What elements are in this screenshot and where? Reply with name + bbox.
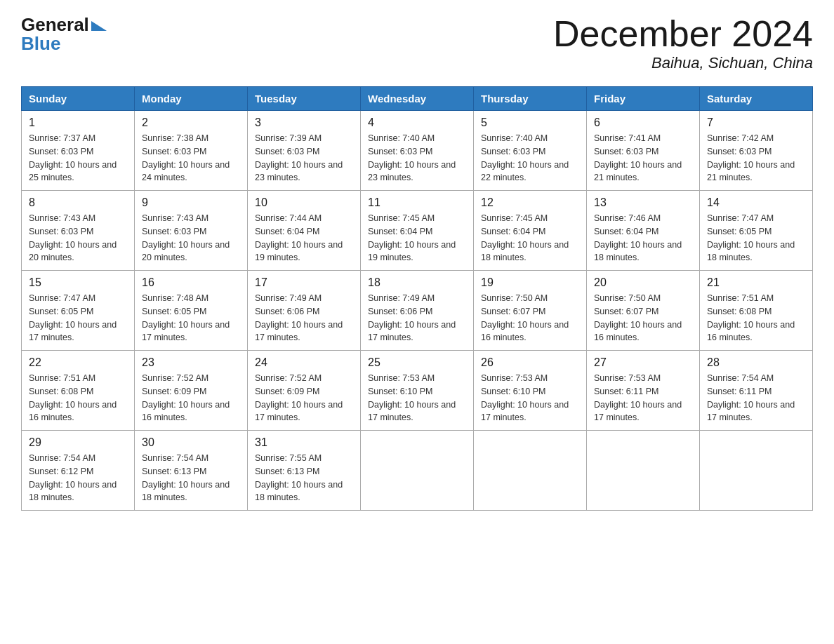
day-info: Sunrise: 7:53 AMSunset: 6:10 PMDaylight:… bbox=[481, 372, 579, 424]
day-info: Sunrise: 7:48 AMSunset: 6:05 PMDaylight:… bbox=[142, 292, 240, 344]
day-info: Sunrise: 7:39 AMSunset: 6:03 PMDaylight:… bbox=[255, 132, 353, 185]
day-info: Sunrise: 7:50 AMSunset: 6:07 PMDaylight:… bbox=[594, 292, 692, 344]
day-number: 5 bbox=[481, 116, 579, 129]
day-number: 24 bbox=[255, 356, 353, 369]
logo-blue-text: Blue bbox=[21, 33, 60, 55]
calendar-cell: 15Sunrise: 7:47 AMSunset: 6:05 PMDayligh… bbox=[22, 271, 135, 351]
day-info: Sunrise: 7:43 AMSunset: 6:03 PMDaylight:… bbox=[142, 212, 240, 264]
calendar-cell: 9Sunrise: 7:43 AMSunset: 6:03 PMDaylight… bbox=[135, 191, 248, 271]
header-wednesday: Wednesday bbox=[361, 87, 474, 111]
day-info: Sunrise: 7:49 AMSunset: 6:06 PMDaylight:… bbox=[255, 292, 353, 344]
calendar-cell: 21Sunrise: 7:51 AMSunset: 6:08 PMDayligh… bbox=[700, 271, 813, 351]
day-number: 13 bbox=[594, 196, 692, 209]
day-info: Sunrise: 7:38 AMSunset: 6:03 PMDaylight:… bbox=[142, 132, 240, 185]
day-info: Sunrise: 7:52 AMSunset: 6:09 PMDaylight:… bbox=[142, 372, 240, 424]
calendar-table: SundayMondayTuesdayWednesdayThursdayFrid… bbox=[21, 86, 813, 511]
day-number: 23 bbox=[142, 356, 240, 369]
day-number: 6 bbox=[594, 116, 692, 129]
calendar-cell: 26Sunrise: 7:53 AMSunset: 6:10 PMDayligh… bbox=[474, 351, 587, 431]
calendar-cell: 29Sunrise: 7:54 AMSunset: 6:12 PMDayligh… bbox=[22, 431, 135, 511]
calendar-cell: 24Sunrise: 7:52 AMSunset: 6:09 PMDayligh… bbox=[248, 351, 361, 431]
day-number: 3 bbox=[255, 116, 353, 129]
calendar-cell: 18Sunrise: 7:49 AMSunset: 6:06 PMDayligh… bbox=[361, 271, 474, 351]
day-number: 9 bbox=[142, 196, 240, 209]
logo: General Blue bbox=[21, 14, 107, 55]
day-info: Sunrise: 7:42 AMSunset: 6:03 PMDaylight:… bbox=[707, 132, 805, 185]
day-number: 2 bbox=[142, 116, 240, 129]
calendar-cell: 14Sunrise: 7:47 AMSunset: 6:05 PMDayligh… bbox=[700, 191, 813, 271]
day-info: Sunrise: 7:51 AMSunset: 6:08 PMDaylight:… bbox=[29, 372, 127, 424]
day-info: Sunrise: 7:40 AMSunset: 6:03 PMDaylight:… bbox=[368, 132, 466, 185]
day-info: Sunrise: 7:46 AMSunset: 6:04 PMDaylight:… bbox=[594, 212, 692, 264]
day-info: Sunrise: 7:47 AMSunset: 6:05 PMDaylight:… bbox=[707, 212, 805, 264]
day-info: Sunrise: 7:54 AMSunset: 6:12 PMDaylight:… bbox=[29, 452, 127, 504]
day-info: Sunrise: 7:54 AMSunset: 6:11 PMDaylight:… bbox=[707, 372, 805, 424]
calendar-cell: 23Sunrise: 7:52 AMSunset: 6:09 PMDayligh… bbox=[135, 351, 248, 431]
day-number: 21 bbox=[707, 276, 805, 289]
header-tuesday: Tuesday bbox=[248, 87, 361, 111]
day-number: 12 bbox=[481, 196, 579, 209]
calendar-cell: 2Sunrise: 7:38 AMSunset: 6:03 PMDaylight… bbox=[135, 111, 248, 191]
day-number: 7 bbox=[707, 116, 805, 129]
day-info: Sunrise: 7:43 AMSunset: 6:03 PMDaylight:… bbox=[29, 212, 127, 264]
calendar-cell: 8Sunrise: 7:43 AMSunset: 6:03 PMDaylight… bbox=[22, 191, 135, 271]
week-row-4: 22Sunrise: 7:51 AMSunset: 6:08 PMDayligh… bbox=[22, 351, 813, 431]
logo-triangle-icon bbox=[91, 21, 107, 31]
day-info: Sunrise: 7:54 AMSunset: 6:13 PMDaylight:… bbox=[142, 452, 240, 504]
day-info: Sunrise: 7:37 AMSunset: 6:03 PMDaylight:… bbox=[29, 132, 127, 185]
day-number: 22 bbox=[29, 356, 127, 369]
page-header: General Blue December 2024 Baihua, Sichu… bbox=[21, 14, 813, 72]
calendar-cell: 22Sunrise: 7:51 AMSunset: 6:08 PMDayligh… bbox=[22, 351, 135, 431]
day-info: Sunrise: 7:44 AMSunset: 6:04 PMDaylight:… bbox=[255, 212, 353, 264]
day-number: 20 bbox=[594, 276, 692, 289]
day-info: Sunrise: 7:47 AMSunset: 6:05 PMDaylight:… bbox=[29, 292, 127, 344]
day-number: 26 bbox=[481, 356, 579, 369]
day-number: 10 bbox=[255, 196, 353, 209]
day-number: 17 bbox=[255, 276, 353, 289]
day-number: 4 bbox=[368, 116, 466, 129]
day-info: Sunrise: 7:40 AMSunset: 6:03 PMDaylight:… bbox=[481, 132, 579, 185]
day-number: 18 bbox=[368, 276, 466, 289]
calendar-cell: 11Sunrise: 7:45 AMSunset: 6:04 PMDayligh… bbox=[361, 191, 474, 271]
calendar-cell: 7Sunrise: 7:42 AMSunset: 6:03 PMDaylight… bbox=[700, 111, 813, 191]
calendar-cell: 6Sunrise: 7:41 AMSunset: 6:03 PMDaylight… bbox=[587, 111, 700, 191]
day-number: 11 bbox=[368, 196, 466, 209]
calendar-cell: 16Sunrise: 7:48 AMSunset: 6:05 PMDayligh… bbox=[135, 271, 248, 351]
calendar-cell: 5Sunrise: 7:40 AMSunset: 6:03 PMDaylight… bbox=[474, 111, 587, 191]
day-number: 16 bbox=[142, 276, 240, 289]
calendar-cell: 13Sunrise: 7:46 AMSunset: 6:04 PMDayligh… bbox=[587, 191, 700, 271]
calendar-cell: 30Sunrise: 7:54 AMSunset: 6:13 PMDayligh… bbox=[135, 431, 248, 511]
location-text: Baihua, Sichuan, China bbox=[553, 54, 813, 72]
calendar-cell: 27Sunrise: 7:53 AMSunset: 6:11 PMDayligh… bbox=[587, 351, 700, 431]
calendar-cell: 10Sunrise: 7:44 AMSunset: 6:04 PMDayligh… bbox=[248, 191, 361, 271]
day-number: 27 bbox=[594, 356, 692, 369]
title-block: December 2024 Baihua, Sichuan, China bbox=[553, 14, 813, 72]
calendar-cell: 4Sunrise: 7:40 AMSunset: 6:03 PMDaylight… bbox=[361, 111, 474, 191]
calendar-cell: 1Sunrise: 7:37 AMSunset: 6:03 PMDaylight… bbox=[22, 111, 135, 191]
week-row-3: 15Sunrise: 7:47 AMSunset: 6:05 PMDayligh… bbox=[22, 271, 813, 351]
header-sunday: Sunday bbox=[22, 87, 135, 111]
header-thursday: Thursday bbox=[474, 87, 587, 111]
calendar-cell bbox=[587, 431, 700, 511]
calendar-cell bbox=[361, 431, 474, 511]
calendar-header-row: SundayMondayTuesdayWednesdayThursdayFrid… bbox=[22, 87, 813, 111]
day-info: Sunrise: 7:41 AMSunset: 6:03 PMDaylight:… bbox=[594, 132, 692, 185]
calendar-cell: 28Sunrise: 7:54 AMSunset: 6:11 PMDayligh… bbox=[700, 351, 813, 431]
calendar-cell: 25Sunrise: 7:53 AMSunset: 6:10 PMDayligh… bbox=[361, 351, 474, 431]
calendar-cell: 19Sunrise: 7:50 AMSunset: 6:07 PMDayligh… bbox=[474, 271, 587, 351]
calendar-cell: 20Sunrise: 7:50 AMSunset: 6:07 PMDayligh… bbox=[587, 271, 700, 351]
day-number: 28 bbox=[707, 356, 805, 369]
day-number: 30 bbox=[142, 436, 240, 449]
day-info: Sunrise: 7:51 AMSunset: 6:08 PMDaylight:… bbox=[707, 292, 805, 344]
calendar-cell: 31Sunrise: 7:55 AMSunset: 6:13 PMDayligh… bbox=[248, 431, 361, 511]
day-info: Sunrise: 7:45 AMSunset: 6:04 PMDaylight:… bbox=[481, 212, 579, 264]
day-info: Sunrise: 7:50 AMSunset: 6:07 PMDaylight:… bbox=[481, 292, 579, 344]
header-friday: Friday bbox=[587, 87, 700, 111]
month-title: December 2024 bbox=[553, 14, 813, 54]
calendar-cell bbox=[474, 431, 587, 511]
calendar-cell: 17Sunrise: 7:49 AMSunset: 6:06 PMDayligh… bbox=[248, 271, 361, 351]
day-number: 29 bbox=[29, 436, 127, 449]
day-info: Sunrise: 7:49 AMSunset: 6:06 PMDaylight:… bbox=[368, 292, 466, 344]
day-info: Sunrise: 7:53 AMSunset: 6:10 PMDaylight:… bbox=[368, 372, 466, 424]
day-number: 25 bbox=[368, 356, 466, 369]
